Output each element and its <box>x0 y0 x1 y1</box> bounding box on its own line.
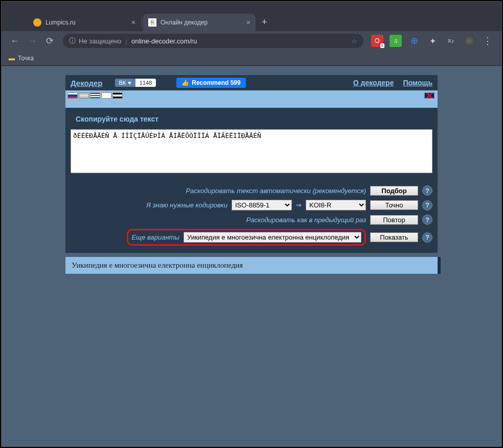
tab-bar: Lumpics.ru × ⎘ Онлайн декодер × + <box>2 9 501 31</box>
header-bar <box>65 101 438 108</box>
tab-decoder[interactable]: ⎘ Онлайн декодер × <box>143 14 256 31</box>
bookmarks-bar: ▬ Точка <box>2 51 501 66</box>
input-textarea[interactable]: ðÈÉÈÐÅÄÉÑ Å ÍÎÏÇÏÅÚÉÞÎÁ ÅÌÅËÔÒÏÎÎÁ ÅÎÃÉË… <box>71 129 432 173</box>
label-encodings: Я знаю нужные кодировки <box>146 201 227 209</box>
info-icon: ⓘ <box>69 36 76 45</box>
flag-gr[interactable] <box>90 92 100 99</box>
thumbsup-icon: 👍 <box>181 79 189 86</box>
fb-recommend-button[interactable]: 👍Recommend 599 <box>176 78 245 88</box>
help-icon[interactable]: ? <box>422 200 432 210</box>
top-nav: Декодер ВК ♥ 1148 👍Recommend 599 О декод… <box>65 75 438 90</box>
help-icon[interactable]: ? <box>422 232 432 243</box>
row-encodings: Я знаю нужные кодировки ISO-8859-1 ⇒ KOI… <box>71 200 432 210</box>
browser-window: — ☐ ✕ Lumpics.ru × ⎘ Онлайн декодер × + … <box>1 1 502 447</box>
folder-icon: ▬ <box>9 55 15 62</box>
flag-2[interactable] <box>79 92 89 99</box>
flag-ru[interactable] <box>67 92 78 99</box>
about-link[interactable]: О декодере <box>353 79 394 87</box>
result-text: Уикипедия е многоезична електронна енцик… <box>72 261 243 269</box>
flag-uk[interactable] <box>424 92 435 99</box>
variants-select[interactable]: Уикипедия е многоезична електронна енцик… <box>184 232 361 243</box>
flag-5[interactable] <box>112 92 123 99</box>
vk-like-button[interactable]: ВК ♥ <box>115 79 135 87</box>
povtor-button[interactable]: Повтор <box>370 215 418 225</box>
extension-icon-1[interactable]: O5 <box>371 35 383 47</box>
titlebar <box>2 2 501 9</box>
encoding-to-select[interactable]: KOI8-R <box>306 200 366 210</box>
divider: | <box>126 37 127 45</box>
podbor-button[interactable]: Подбор <box>370 186 418 196</box>
tab-favicon-decoder: ⎘ <box>148 18 156 27</box>
vk-count: 1148 <box>135 79 156 87</box>
menu-button[interactable]: ⋮ <box>482 35 494 47</box>
tab-label: Lumpics.ru <box>45 19 76 26</box>
fb-widget[interactable]: 👍Recommend 599 <box>176 78 245 88</box>
extension-icon-3[interactable]: ⊕ <box>408 35 420 47</box>
controls: Раскодировать текст автоматически (реком… <box>65 181 438 253</box>
row-variants-wrap: Еще варианты Уикипедия е многоезична еле… <box>71 229 432 246</box>
label-auto: Раскодировать текст автоматически (реком… <box>186 187 366 195</box>
url-text: online-decoder.com/ru <box>131 37 197 45</box>
extension-icon-2[interactable]: ♫ <box>390 35 402 47</box>
forward-button[interactable]: → <box>25 34 39 48</box>
close-icon[interactable]: × <box>246 18 250 27</box>
tochno-button[interactable]: Точно <box>370 200 418 210</box>
back-button[interactable]: ← <box>8 34 22 48</box>
help-link[interactable]: Помощь <box>403 79 432 87</box>
row-repeat: Раскодировать как в предыдущий раз Повто… <box>71 215 432 225</box>
new-tab-button[interactable]: + <box>262 17 267 28</box>
flag-il[interactable] <box>101 92 111 99</box>
close-icon[interactable]: × <box>131 18 135 27</box>
tab-label: Онлайн декодер <box>161 19 208 26</box>
help-icon[interactable]: ? <box>422 185 432 196</box>
label-variants: Еще варианты <box>131 233 179 241</box>
language-flags <box>65 90 438 101</box>
nav-links: О декодере Помощь <box>353 79 432 87</box>
address-bar[interactable]: ⓘ Не защищено | online-decoder.com/ru ☆ <box>63 34 363 48</box>
profile-avatar[interactable] <box>463 35 475 47</box>
heart-icon: ♥ <box>128 80 131 86</box>
extensions-button[interactable]: ✦ <box>426 35 439 47</box>
bookmark-tochka[interactable]: ▬ Точка <box>9 55 34 62</box>
toolbar: ← → ⟳ ⓘ Не защищено | online-decoder.com… <box>2 31 501 51</box>
encoding-from-select[interactable]: ISO-8859-1 <box>232 200 292 210</box>
reading-list-icon[interactable]: ≡♪ <box>445 35 457 47</box>
brand-link[interactable]: Декодер <box>71 79 103 87</box>
pokazat-button[interactable]: Показать <box>370 232 418 242</box>
page-content: Декодер ВК ♥ 1148 👍Recommend 599 О декод… <box>65 75 438 274</box>
vk-widget[interactable]: ВК ♥ 1148 <box>115 79 156 87</box>
arrow-icon: ⇒ <box>296 201 302 209</box>
tab-favicon-lumpics <box>33 18 41 27</box>
security-label: Не защищено <box>79 37 122 45</box>
form-area: Скопируйте сюда текст ðÈÉÈÐÅÄÉÑ Å ÍÎÏÇÏÅ… <box>65 108 438 181</box>
tab-lumpics[interactable]: Lumpics.ru × <box>28 14 141 31</box>
form-title: Скопируйте сюда текст <box>71 112 164 126</box>
label-repeat: Раскодировать как в предыдущий раз <box>246 216 366 224</box>
viewport: Декодер ВК ♥ 1148 👍Recommend 599 О декод… <box>2 66 501 446</box>
help-icon[interactable]: ? <box>422 215 432 225</box>
row-auto: Раскодировать текст автоматически (реком… <box>71 185 432 196</box>
result-output: Уикипедия е многоезична електронна енцик… <box>65 257 438 274</box>
tab-separator <box>142 17 142 28</box>
row-variants: Еще варианты Уикипедия е многоезична еле… <box>127 229 366 246</box>
star-icon[interactable]: ☆ <box>351 37 357 45</box>
reload-button[interactable]: ⟳ <box>42 34 57 48</box>
bookmark-label: Точка <box>18 55 34 62</box>
